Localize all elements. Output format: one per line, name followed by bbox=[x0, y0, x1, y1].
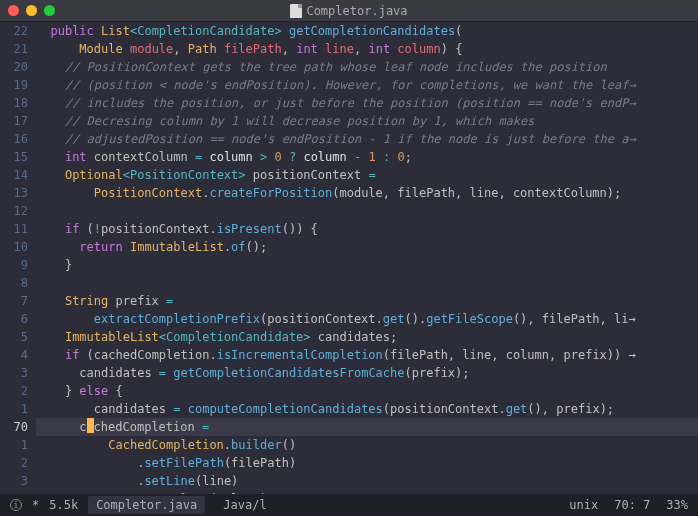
line-number: 2 bbox=[0, 382, 28, 400]
line-number: 4 bbox=[0, 346, 28, 364]
code-line[interactable]: ImmutableList<CompletionCandidate> candi… bbox=[36, 328, 698, 346]
code-line[interactable]: candidates = computeCompletionCandidates… bbox=[36, 400, 698, 418]
statusbar: i * 5.5k Completor.java Java/l unix 70: … bbox=[0, 494, 698, 516]
code-line[interactable]: // adjustedPosition == node's endPositio… bbox=[36, 130, 698, 148]
line-number: 11 bbox=[0, 220, 28, 238]
code-line[interactable]: // (position < node's endPosition). Howe… bbox=[36, 76, 698, 94]
window-title-text: Completor.java bbox=[306, 4, 407, 18]
status-filesize: 5.5k bbox=[49, 498, 78, 512]
code-line[interactable]: Module module, Path filePath, int line, … bbox=[36, 40, 698, 58]
status-position: 70: 7 bbox=[614, 498, 650, 512]
close-button[interactable] bbox=[8, 5, 19, 16]
line-number: 13 bbox=[0, 184, 28, 202]
code-line[interactable]: int contextColumn = column > 0 ? column … bbox=[36, 148, 698, 166]
code-line[interactable]: } else { bbox=[36, 382, 698, 400]
code-line[interactable]: candidates = getCompletionCandidatesFrom… bbox=[36, 364, 698, 382]
code-area[interactable]: public List<CompletionCandidate> getComp… bbox=[36, 22, 698, 494]
line-number: 1 bbox=[0, 436, 28, 454]
line-number: 70 bbox=[0, 418, 28, 436]
code-line[interactable]: public List<CompletionCandidate> getComp… bbox=[36, 22, 698, 40]
code-line[interactable]: String prefix = bbox=[36, 292, 698, 310]
line-number: 22 bbox=[0, 22, 28, 40]
code-line[interactable]: // Decresing column by 1 will decrease p… bbox=[36, 112, 698, 130]
code-line[interactable]: .setLine(line) bbox=[36, 472, 698, 490]
code-line[interactable] bbox=[36, 202, 698, 220]
line-number: 7 bbox=[0, 292, 28, 310]
line-number: 1 bbox=[0, 400, 28, 418]
code-line[interactable]: } bbox=[36, 256, 698, 274]
code-line[interactable]: cchedCompletion = bbox=[36, 418, 698, 436]
line-number-gutter: 2221201918171615141312111098765432170123… bbox=[0, 22, 36, 494]
document-icon bbox=[290, 4, 302, 18]
code-line[interactable]: // PositionContext gets the tree path wh… bbox=[36, 58, 698, 76]
line-number: 16 bbox=[0, 130, 28, 148]
code-line[interactable]: CachedCompletion.builder() bbox=[36, 436, 698, 454]
line-number: 3 bbox=[0, 472, 28, 490]
line-number: 20 bbox=[0, 58, 28, 76]
line-number: 18 bbox=[0, 94, 28, 112]
line-number: 17 bbox=[0, 112, 28, 130]
line-number: 19 bbox=[0, 76, 28, 94]
maximize-button[interactable] bbox=[44, 5, 55, 16]
traffic-lights bbox=[8, 5, 55, 16]
line-number: 9 bbox=[0, 256, 28, 274]
code-line[interactable]: // includes the position, or just before… bbox=[36, 94, 698, 112]
line-number: 3 bbox=[0, 364, 28, 382]
code-line[interactable]: return ImmutableList.of(); bbox=[36, 238, 698, 256]
line-number: 21 bbox=[0, 40, 28, 58]
code-line[interactable]: Optional<PositionContext> positionContex… bbox=[36, 166, 698, 184]
code-line[interactable]: .setFilePath(filePath) bbox=[36, 454, 698, 472]
line-number: 12 bbox=[0, 202, 28, 220]
line-number: 6 bbox=[0, 310, 28, 328]
code-line[interactable]: PositionContext.createForPosition(module… bbox=[36, 184, 698, 202]
line-number: 10 bbox=[0, 238, 28, 256]
status-modified: * bbox=[32, 498, 39, 512]
line-number: 5 bbox=[0, 328, 28, 346]
editor[interactable]: 2221201918171615141312111098765432170123… bbox=[0, 22, 698, 494]
cursor bbox=[87, 418, 94, 433]
code-line[interactable]: if (!positionContext.isPresent()) { bbox=[36, 220, 698, 238]
status-mode: Java/l bbox=[215, 496, 274, 514]
status-encoding: unix bbox=[569, 498, 598, 512]
code-line[interactable]: if (cachedCompletion.isIncrementalComple… bbox=[36, 346, 698, 364]
code-line[interactable]: extractCompletionPrefix(positionContext.… bbox=[36, 310, 698, 328]
info-icon: i bbox=[10, 499, 22, 511]
window-title: Completor.java bbox=[8, 4, 690, 18]
line-number: 14 bbox=[0, 166, 28, 184]
status-percent: 33% bbox=[666, 498, 688, 512]
code-line[interactable] bbox=[36, 274, 698, 292]
status-filename: Completor.java bbox=[88, 496, 205, 514]
line-number: 2 bbox=[0, 454, 28, 472]
line-number: 15 bbox=[0, 148, 28, 166]
line-number: 8 bbox=[0, 274, 28, 292]
titlebar: Completor.java bbox=[0, 0, 698, 22]
minimize-button[interactable] bbox=[26, 5, 37, 16]
